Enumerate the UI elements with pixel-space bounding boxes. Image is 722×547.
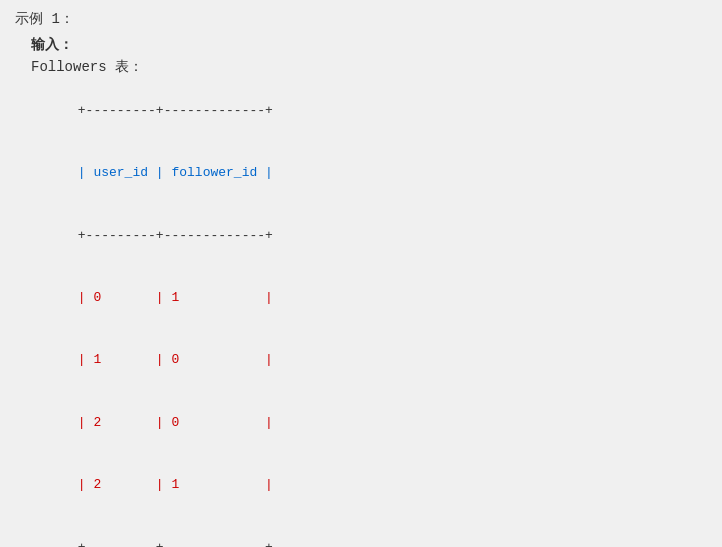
main-container: 示例 1： 输入： Followers 表： +---------+------… — [15, 10, 707, 547]
border-bot: +---------+-------------+ — [78, 540, 273, 547]
data-row-1: | 1 | 0 | — [78, 352, 273, 367]
border-top: +---------+-------------+ — [78, 103, 273, 118]
data-row-2: | 2 | 0 | — [78, 415, 273, 430]
example-label: 示例 1： — [15, 10, 707, 28]
table-title: Followers 表： — [31, 58, 707, 76]
border-mid: +---------+-------------+ — [78, 228, 273, 243]
data-row-3: | 2 | 1 | — [78, 477, 273, 492]
data-row-0: | 0 | 1 | — [78, 290, 273, 305]
input-title: 输入： — [31, 36, 707, 54]
input-table: +---------+-------------+ | user_id | fo… — [31, 80, 707, 547]
header-row: | user_id | follower_id | — [78, 165, 273, 180]
input-section: 输入： Followers 表： +---------+------------… — [31, 36, 707, 547]
